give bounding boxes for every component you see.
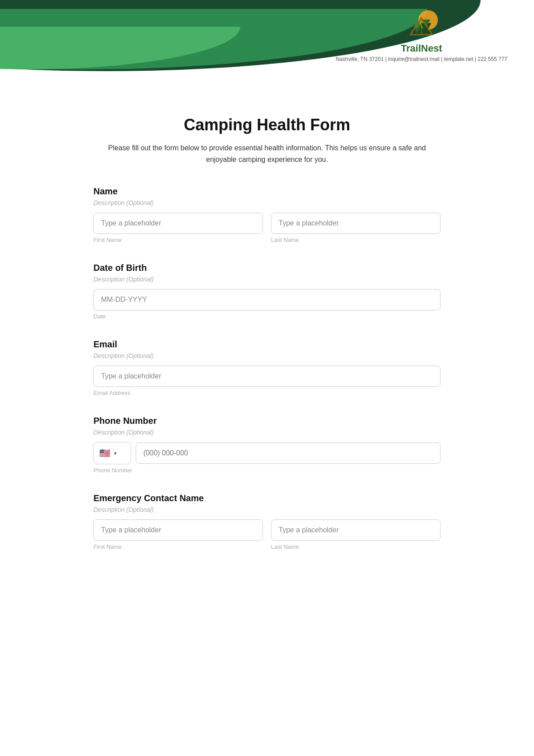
email-label: Email Address <box>93 390 441 396</box>
email-section-description: Description (Optional) <box>93 352 441 359</box>
first-name-label: First Name <box>93 237 263 243</box>
form-description: Please fill out the form below to provid… <box>93 142 441 165</box>
emergency-contact-section-description: Description (Optional) <box>93 506 441 513</box>
emergency-first-name-input[interactable] <box>93 519 263 541</box>
phone-section-description: Description (Optional) <box>93 429 441 436</box>
dob-field-row: Date <box>93 289 441 320</box>
dob-label: Date <box>93 313 441 320</box>
header-logo: TrailNest Nashville, TN 37201 | inquire@… <box>336 9 507 62</box>
emergency-first-name-field: First Name <box>93 519 263 550</box>
name-field-row: First Name Last Name <box>93 213 441 243</box>
emergency-contact-section: Emergency Contact Name Description (Opti… <box>93 493 441 550</box>
email-input[interactable] <box>93 366 441 387</box>
emergency-last-name-field: Last Name <box>271 519 441 550</box>
brand-logo-icon <box>404 9 439 40</box>
email-field: Email Address <box>93 366 441 396</box>
name-section-label: Name <box>93 186 441 197</box>
last-name-field: Last Name <box>271 213 441 243</box>
name-section-description: Description (Optional) <box>93 199 441 206</box>
emergency-contact-field-row: First Name Last Name <box>93 519 441 550</box>
dob-field: Date <box>93 289 441 320</box>
phone-input[interactable] <box>136 442 441 464</box>
emergency-last-name-input[interactable] <box>271 519 441 541</box>
first-name-input[interactable] <box>93 213 263 234</box>
phone-field-row: 🇺🇸 ▼ <box>93 442 441 464</box>
dob-input[interactable] <box>93 289 441 310</box>
dob-section-description: Description (Optional) <box>93 276 441 283</box>
contact-info: Nashville, TN 37201 | inquire@trailnest.… <box>336 56 507 62</box>
email-section: Email Description (Optional) Email Addre… <box>93 339 441 396</box>
last-name-label: Last Name <box>271 237 441 243</box>
page-header: TrailNest Nashville, TN 37201 | inquire@… <box>0 0 534 98</box>
dob-section: Date of Birth Description (Optional) Dat… <box>93 263 441 320</box>
email-field-row: Email Address <box>93 366 441 396</box>
country-code-select[interactable]: 🇺🇸 ▼ <box>93 442 131 464</box>
emergency-first-name-label: First Name <box>93 543 263 550</box>
flag-icon: 🇺🇸 <box>99 448 110 458</box>
first-name-field: First Name <box>93 213 263 243</box>
emergency-last-name-label: Last Name <box>271 543 441 550</box>
form-title: Camping Health Form <box>93 116 441 134</box>
emergency-contact-section-label: Emergency Contact Name <box>93 493 441 503</box>
form-container: Camping Health Form Please fill out the … <box>67 98 467 596</box>
phone-label: Phone Number <box>93 467 441 474</box>
name-section: Name Description (Optional) First Name L… <box>93 186 441 243</box>
phone-section: Phone Number Description (Optional) 🇺🇸 ▼… <box>93 416 441 474</box>
brand-name: TrailNest <box>336 43 507 54</box>
last-name-input[interactable] <box>271 213 441 234</box>
chevron-down-icon: ▼ <box>113 451 117 456</box>
email-section-label: Email <box>93 339 441 350</box>
dob-section-label: Date of Birth <box>93 263 441 273</box>
phone-section-label: Phone Number <box>93 416 441 426</box>
